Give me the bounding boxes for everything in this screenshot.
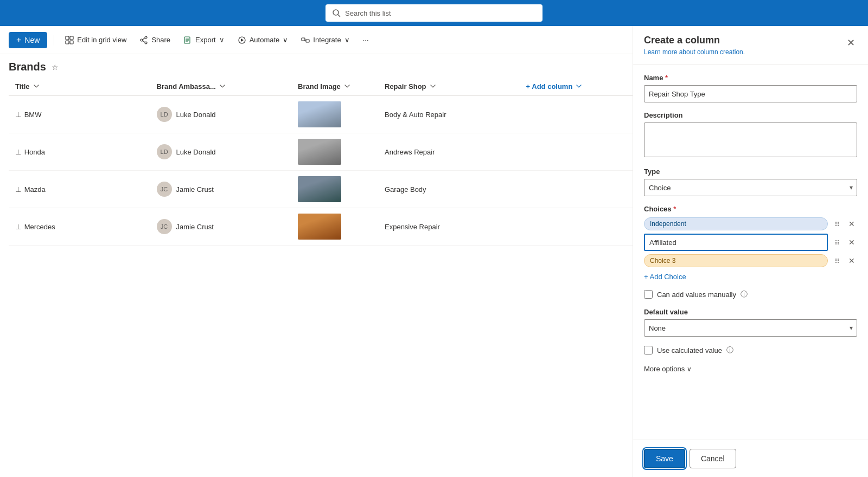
- cell-add-4: [520, 208, 633, 246]
- svg-point-22: [838, 223, 839, 224]
- svg-point-21: [835, 223, 837, 224]
- star-icon[interactable]: ☆: [52, 63, 59, 72]
- add-col-chevron: [575, 82, 583, 91]
- can-add-values-checkbox[interactable]: [644, 290, 653, 299]
- more-options-label: More options: [644, 365, 685, 373]
- col-header-ambassador[interactable]: Brand Ambassa...: [150, 78, 292, 95]
- sort-icon-ambassador: [218, 82, 227, 91]
- search-box[interactable]: Search this list: [326, 4, 542, 22]
- choice-reorder-3[interactable]: [831, 255, 843, 267]
- svg-rect-17: [306, 40, 309, 42]
- shop-value-3: Garage Body: [385, 185, 426, 194]
- more-toolbar-button[interactable]: ···: [359, 33, 373, 47]
- data-table: Title Brand Ambassa...: [9, 78, 633, 246]
- can-add-values-info-icon[interactable]: ⓘ: [741, 289, 748, 299]
- svg-point-31: [835, 259, 837, 260]
- add-choice-button[interactable]: + Add Choice: [644, 270, 686, 283]
- use-calculated-info-icon[interactable]: ⓘ: [726, 345, 733, 355]
- table-row: ⊥ Honda LD Luke Donald Andrews Repair: [9, 133, 633, 171]
- cell-add-2: [520, 133, 633, 171]
- plus-icon: +: [16, 35, 21, 45]
- choice-delete-2[interactable]: ✕: [846, 236, 857, 249]
- table-header-row: Title Brand Ambassa...: [9, 78, 633, 95]
- choices-label: Choices *: [644, 205, 857, 213]
- reorder-icon-3: [833, 257, 841, 265]
- choice-item-3: Choice 3 ✕: [644, 254, 857, 267]
- avatar-3: JC: [157, 182, 172, 197]
- sort-icon-image: [343, 82, 352, 91]
- shop-value-2: Andrews Repair: [385, 148, 435, 156]
- cell-image-3: [291, 171, 378, 208]
- svg-point-23: [835, 225, 837, 226]
- svg-rect-3: [70, 36, 73, 40]
- svg-line-10: [143, 41, 145, 42]
- cell-ambassador-3: JC Jamie Crust: [150, 171, 292, 208]
- choice-delete-3[interactable]: ✕: [846, 254, 857, 267]
- edit-grid-button[interactable]: Edit in grid view: [61, 33, 131, 48]
- svg-point-29: [835, 243, 837, 244]
- export-label: Export: [195, 36, 216, 44]
- col-header-add[interactable]: + Add column: [520, 78, 633, 95]
- save-button[interactable]: Save: [644, 449, 685, 468]
- svg-point-25: [835, 240, 837, 241]
- can-add-values-row: Can add values manually ⓘ: [644, 289, 857, 299]
- more-options-button[interactable]: More options ∨: [644, 362, 692, 376]
- toolbar: + New Edit in grid view: [0, 26, 633, 54]
- cell-ambassador-1: LD Luke Donald: [150, 95, 292, 133]
- svg-point-6: [145, 36, 147, 38]
- svg-point-35: [835, 262, 837, 263]
- description-textarea[interactable]: [644, 123, 857, 157]
- default-value-select[interactable]: None: [644, 319, 857, 337]
- cell-image-2: [291, 133, 378, 171]
- type-select[interactable]: Choice Text Number Date and Time Person …: [644, 179, 857, 196]
- name-input[interactable]: [644, 85, 857, 102]
- avatar-1: LD: [157, 107, 172, 122]
- default-value-select-wrapper: None ▾: [644, 319, 857, 337]
- svg-rect-2: [66, 36, 69, 40]
- use-calculated-checkbox[interactable]: [644, 346, 653, 354]
- title-value-2: Honda: [24, 148, 45, 156]
- sort-icon-title: [32, 82, 41, 91]
- learn-more-link[interactable]: Learn more about column creation.: [644, 48, 745, 56]
- share-button[interactable]: Share: [135, 33, 175, 48]
- table-row: ⊥ Mercedes JC Jamie Crust Expensive Repa…: [9, 208, 633, 246]
- car-image-4: [298, 214, 341, 240]
- page-title: Brands: [9, 61, 46, 73]
- automate-label: Automate: [250, 36, 280, 44]
- automate-button[interactable]: Automate ∨: [233, 33, 293, 48]
- cell-shop-1: Body & Auto Repair: [378, 95, 520, 133]
- cell-title-1: ⊥ BMW: [9, 95, 150, 133]
- car-image-2: [298, 139, 341, 165]
- share-icon: [139, 36, 148, 44]
- integrate-button[interactable]: Integrate ∨: [297, 33, 354, 48]
- cell-ambassador-4: JC Jamie Crust: [150, 208, 292, 246]
- table-row: ⊥ Mazda JC Jamie Crust Garage Body: [9, 171, 633, 208]
- cell-title-4: ⊥ Mercedes: [9, 208, 150, 246]
- close-panel-button[interactable]: ✕: [845, 35, 857, 51]
- more-options-chevron: ∨: [687, 365, 692, 373]
- export-icon: [183, 36, 192, 44]
- cancel-button[interactable]: Cancel: [690, 449, 736, 468]
- choice-tag-choice3: Choice 3: [644, 254, 828, 267]
- svg-point-28: [838, 242, 839, 243]
- choice-delete-1[interactable]: ✕: [846, 217, 857, 230]
- shop-value-4: Expensive Repair: [385, 223, 440, 231]
- choice-reorder-2[interactable]: [831, 236, 843, 248]
- toolbar-separator-1: [54, 35, 54, 46]
- choice-input-affiliated[interactable]: [644, 234, 828, 251]
- panel-title: Create a column: [644, 35, 745, 46]
- search-icon: [332, 9, 341, 17]
- svg-point-7: [141, 39, 143, 41]
- name-required-star: *: [665, 74, 668, 82]
- col-header-shop[interactable]: Repair Shop: [378, 78, 520, 95]
- export-button[interactable]: Export ∨: [179, 33, 229, 48]
- cell-add-3: [520, 171, 633, 208]
- type-label: Type: [644, 167, 857, 176]
- col-header-image[interactable]: Brand Image: [291, 78, 378, 95]
- title-value-4: Mercedes: [24, 223, 55, 231]
- choice-reorder-1[interactable]: [831, 218, 843, 230]
- col-header-title[interactable]: Title: [9, 78, 150, 95]
- svg-point-34: [838, 260, 839, 261]
- cell-title-3: ⊥ Mazda: [9, 171, 150, 208]
- new-button[interactable]: + New: [9, 32, 47, 48]
